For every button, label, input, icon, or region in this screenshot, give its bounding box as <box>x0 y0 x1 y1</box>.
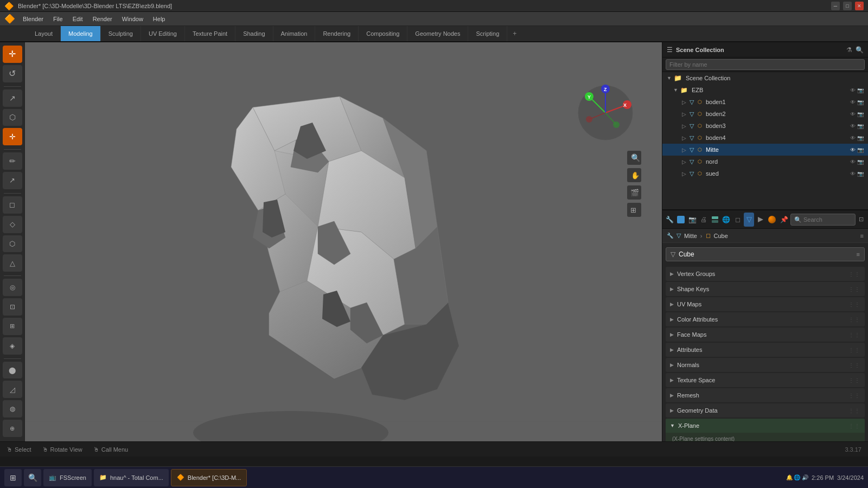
viewport[interactable]: Edit Mode ▼ View Select Add Mesh Vertex … <box>25 42 662 441</box>
taskbar-filemanager-btn[interactable]: 📁 hnau^ - Total Com... <box>94 469 169 486</box>
close-button[interactable]: ✕ <box>855 2 864 10</box>
object-name-field[interactable]: ▽ Cube ≡ <box>666 247 865 261</box>
shape-keys-section[interactable]: ▶ Shape Keys ⋮⋮ <box>666 282 865 296</box>
boden4-item[interactable]: ▷ ▽ ⬡ boden4 👁 📷 <box>662 132 868 144</box>
prop-tab-object[interactable]: ◻ <box>732 213 743 227</box>
annotate-btn[interactable]: ✏ <box>3 152 22 170</box>
tab-layout[interactable]: Layout <box>27 26 61 41</box>
boden1-item[interactable]: ▷ ▽ ⬡ boden1 👁 📷 <box>662 96 868 108</box>
add-workspace-button[interactable]: + <box>507 26 522 41</box>
shear-btn[interactable]: ◿ <box>3 381 22 398</box>
b2-render[interactable]: 📷 <box>857 111 864 117</box>
prop-tab-modifiers[interactable] <box>755 213 765 227</box>
nord-item[interactable]: ▷ ▽ ⬡ nord 👁 📷 <box>662 156 868 168</box>
transform-tool-btn[interactable]: ✛ <box>3 128 22 145</box>
outliner-search-icon[interactable]: 🔍 <box>856 46 864 54</box>
texture-space-section[interactable]: ▶ Texture Space ⋮⋮ <box>666 373 865 387</box>
prop-pin-btn[interactable]: 📌 <box>779 213 789 227</box>
mitte-render[interactable]: 📷 <box>857 147 864 153</box>
inset-btn[interactable]: ◎ <box>3 279 22 296</box>
add-cone-btn[interactable]: ◇ <box>3 216 22 233</box>
breadcrumb-collapse-btn[interactable]: ≡ <box>860 233 864 239</box>
face-maps-section[interactable]: ▶ Face Maps ⋮⋮ <box>666 328 865 342</box>
start-button[interactable]: ⊞ <box>4 469 22 486</box>
ezb-collection-item[interactable]: ▼ 📁 EZB 👁 📷 <box>662 84 868 96</box>
prop-tab-view-layer[interactable] <box>710 213 720 227</box>
viewport-3d-scene[interactable]: X Y Z 🔍 ✋ � <box>25 42 662 441</box>
attributes-section[interactable]: ▶ Attributes ⋮⋮ <box>666 343 865 357</box>
outliner-search-input[interactable] <box>666 59 865 70</box>
nord-vis[interactable]: 👁 <box>850 159 856 165</box>
b3-vis[interactable]: 👁 <box>850 123 856 129</box>
name-field-options[interactable]: ≡ <box>857 251 860 258</box>
smooth-btn[interactable]: ⬤ <box>3 362 22 379</box>
boden2-item[interactable]: ▷ ▽ ⬡ boden2 👁 📷 <box>662 108 868 120</box>
b4-vis[interactable]: 👁 <box>850 135 856 141</box>
prop-tab-material[interactable] <box>767 213 777 227</box>
menu-render[interactable]: Render <box>88 15 117 23</box>
prop-tab-render[interactable]: 📷 <box>687 213 698 227</box>
taskbar-blender-btn[interactable]: 🔶 Blender* [C:\3D-M... <box>171 469 247 486</box>
add-cylinder-btn[interactable]: ⬡ <box>3 235 22 253</box>
outliner-filter-icon[interactable]: ⚗ <box>846 46 852 54</box>
sued-render[interactable]: 📷 <box>857 171 864 177</box>
taskbar-search-btn[interactable]: 🔍 <box>24 469 41 486</box>
maximize-button[interactable]: □ <box>843 2 852 10</box>
tab-modeling[interactable]: Modeling <box>61 26 101 41</box>
rotate-view-btn[interactable]: ↺ <box>3 65 22 82</box>
tab-geometry-nodes[interactable]: Geometry Nodes <box>407 26 468 41</box>
tab-sculpting[interactable]: Sculpting <box>101 26 141 41</box>
prop-tab-tool[interactable]: 🔧 <box>665 213 675 227</box>
bevel-btn[interactable]: ⊡ <box>3 298 22 316</box>
move-tool-btn[interactable]: ↗ <box>3 89 22 107</box>
menu-edit[interactable]: Edit <box>68 15 87 23</box>
geometry-data-section[interactable]: ▶ Geometry Data ⋮⋮ <box>666 403 865 418</box>
measure-btn[interactable]: ↗ <box>3 172 22 189</box>
b1-vis[interactable]: 👁 <box>850 99 856 105</box>
tab-compositing[interactable]: Compositing <box>359 26 407 41</box>
ezb-visibility-icon[interactable]: 👁 <box>850 87 856 93</box>
mitte-vis[interactable]: 👁 <box>850 147 856 153</box>
prop-tab-world[interactable]: 🌐 <box>722 213 732 227</box>
tab-scripting[interactable]: Scripting <box>468 26 507 41</box>
b1-render[interactable]: 📷 <box>857 99 864 105</box>
props-filter-btn[interactable]: ⊡ <box>857 216 866 223</box>
add-cube-btn[interactable]: ◻ <box>3 196 22 214</box>
sued-item[interactable]: ▷ ▽ ⬡ sued 👁 📷 <box>662 168 868 179</box>
ezb-render-icon[interactable]: 📷 <box>857 87 864 93</box>
scene-collection-item[interactable]: ▼ 📁 Scene Collection <box>662 72 868 84</box>
properties-search-input[interactable] <box>790 214 856 226</box>
to-sphere-btn[interactable]: ◍ <box>3 400 22 418</box>
normals-section[interactable]: ▶ Normals ⋮⋮ <box>666 358 865 372</box>
menu-help[interactable]: Help <box>149 15 170 23</box>
sued-vis[interactable]: 👁 <box>850 171 856 177</box>
tab-shading[interactable]: Shading <box>235 26 273 41</box>
tab-animation[interactable]: Animation <box>273 26 316 41</box>
prop-tab-scene[interactable] <box>676 213 686 227</box>
taskbar-fsscreen-btn[interactable]: 📺 FSScreen <box>43 469 92 486</box>
loop-cut-btn[interactable]: ⊞ <box>3 318 22 335</box>
menu-window[interactable]: Window <box>118 15 148 23</box>
minimize-button[interactable]: ─ <box>831 2 840 10</box>
select-tool-btn[interactable]: ✛ <box>3 46 22 63</box>
menu-file[interactable]: File <box>49 15 67 23</box>
merge-btn[interactable]: ⊕ <box>3 420 22 437</box>
knife-btn[interactable]: ◈ <box>3 337 22 355</box>
vertex-groups-section[interactable]: ▶ Vertex Groups ⋮⋮ <box>666 267 865 281</box>
add-plane-btn[interactable]: △ <box>3 254 22 272</box>
mitte-item[interactable]: ▷ ▽ ⬡ Mitte 👁 📷 <box>662 144 868 156</box>
tab-texture-paint[interactable]: Texture Paint <box>185 26 235 41</box>
scale-tool-btn[interactable]: ⬡ <box>3 109 22 126</box>
boden3-item[interactable]: ▷ ▽ ⬡ boden3 👁 📷 <box>662 120 868 132</box>
uv-maps-section[interactable]: ▶ UV Maps ⋮⋮ <box>666 297 865 311</box>
tab-uv-editing[interactable]: UV Editing <box>141 26 185 41</box>
xplane-section[interactable]: ▼ X-Plane ⋮⋮ (X-Plane settings content) <box>666 419 865 441</box>
prop-tab-object-data[interactable]: ▽ <box>744 213 754 227</box>
prop-tab-output[interactable]: 🖨 <box>699 213 709 227</box>
b3-render[interactable]: 📷 <box>857 123 864 129</box>
menu-blender[interactable]: Blender <box>18 15 48 23</box>
b2-vis[interactable]: 👁 <box>850 111 856 117</box>
remesh-section[interactable]: ▶ Remesh ⋮⋮ <box>666 388 865 402</box>
nord-render[interactable]: 📷 <box>857 159 864 165</box>
tab-rendering[interactable]: Rendering <box>315 26 359 41</box>
